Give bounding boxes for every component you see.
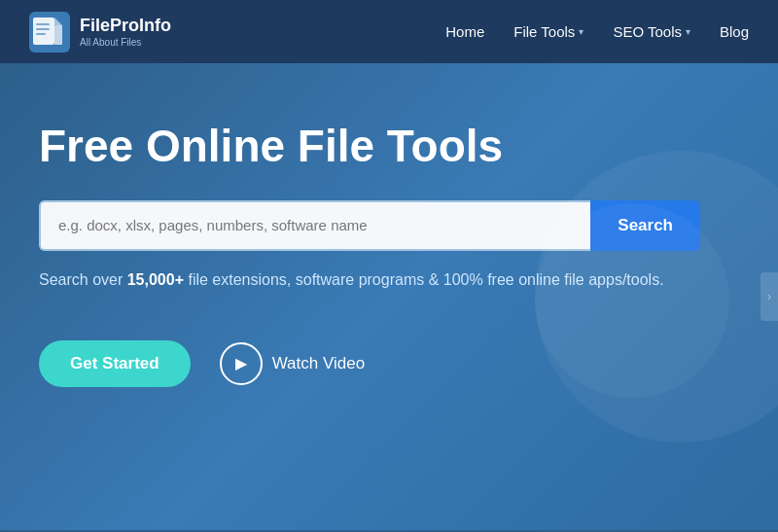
play-icon: ▶ — [220, 342, 263, 385]
svg-rect-5 — [36, 28, 50, 30]
nav-home[interactable]: Home — [445, 23, 484, 40]
header: FileProInfo All About Files Home File To… — [0, 0, 778, 63]
watch-video-label: Watch Video — [272, 354, 365, 373]
svg-rect-4 — [36, 23, 50, 25]
nav-seo-tools[interactable]: SEO Tools ▾ — [613, 23, 690, 40]
logo-title: FileProInfo — [80, 16, 171, 37]
get-started-button[interactable]: Get Started — [39, 340, 191, 387]
logo-icon — [29, 12, 70, 53]
search-container: Search — [39, 200, 700, 251]
watch-video-button[interactable]: ▶ Watch Video — [220, 342, 365, 385]
logo-subtitle: All About Files — [80, 37, 171, 48]
cta-area: Get Started ▶ Watch Video — [39, 340, 739, 387]
search-button[interactable]: Search — [590, 200, 700, 251]
highlight-count: 15,000+ — [127, 271, 184, 288]
svg-rect-3 — [54, 25, 62, 45]
logo-area[interactable]: FileProInfo All About Files — [29, 12, 171, 53]
search-description: Search over 15,000+ file extensions, sof… — [39, 268, 700, 292]
logo-text: FileProInfo All About Files — [80, 16, 171, 48]
hero-title: Free Online File Tools — [39, 122, 739, 171]
hero-section: Free Online File Tools Search Search ove… — [0, 63, 778, 530]
scroll-hint: › — [760, 272, 778, 321]
file-tools-chevron-icon: ▾ — [579, 26, 584, 37]
nav-blog[interactable]: Blog — [720, 23, 749, 40]
main-nav: Home File Tools ▾ SEO Tools ▾ Blog — [445, 23, 749, 40]
svg-rect-1 — [33, 18, 54, 45]
nav-file-tools[interactable]: File Tools ▾ — [513, 23, 584, 40]
svg-rect-6 — [36, 33, 46, 35]
seo-tools-chevron-icon: ▾ — [686, 26, 690, 37]
search-input[interactable] — [39, 200, 590, 251]
